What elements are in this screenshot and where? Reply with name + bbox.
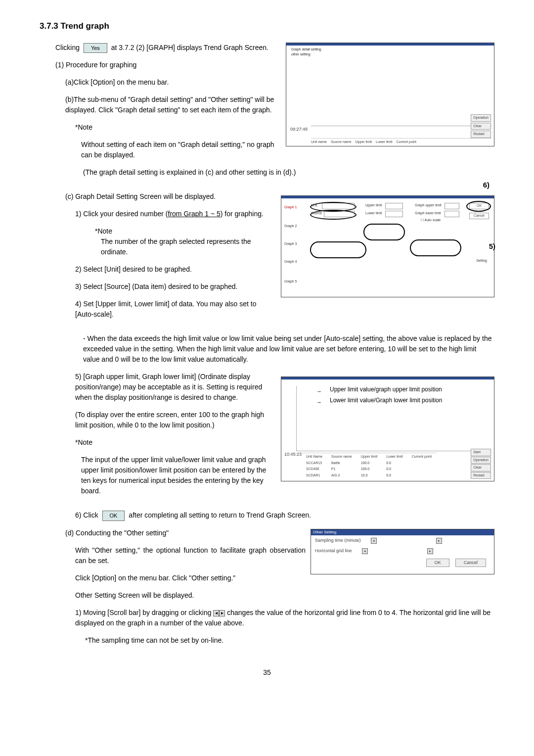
- scroll-left-icon[interactable]: ◂: [213, 610, 219, 616]
- step-c5: 5) [Graph upper limit, Graph lower limit…: [75, 372, 293, 403]
- scroll-left-icon[interactable]: ◂: [362, 548, 368, 554]
- d1-note: *The sampling time can not be set by on-…: [85, 635, 494, 646]
- step-d1: 1) Moving [Scroll bar] by dragging or cl…: [75, 608, 494, 628]
- col-current: Current point: [396, 140, 416, 145]
- autoscale-explain: - When the data exceeds the high limit v…: [83, 333, 494, 365]
- hdr-upper: Upper limit: [357, 454, 381, 460]
- trend-graph-screenshot: Graph detail setting other setting 09:27…: [286, 43, 494, 146]
- yes-button[interactable]: Yes: [84, 43, 107, 53]
- step-c3: 3) Select [Source] (Data item) desired t…: [75, 282, 278, 292]
- horizontal-gridline-label: Horizontal grid line: [315, 548, 352, 555]
- table-row: SCD400P1100.00.0: [302, 467, 436, 472]
- setting-label: Setting: [476, 258, 487, 264]
- operation-button[interactable]: Operation: [471, 114, 491, 122]
- restart2-button[interactable]: Restart: [471, 472, 491, 479]
- note-label: *Note: [75, 122, 293, 133]
- upper-limit-label: Upper limit: [365, 203, 382, 208]
- intro-suffix: at 3.7.2 (2) [GRAPH] displays Trend Grap…: [111, 44, 268, 51]
- trend-with-limits-screenshot: → Upper limit value/graph upper limit po…: [281, 377, 494, 481]
- sampling-time-label: Sampling time (minute): [315, 537, 361, 544]
- restart-button[interactable]: Restart: [471, 131, 491, 138]
- graph2-tab[interactable]: Graph 2: [284, 224, 297, 229]
- table-row: SCCAR15Battle100.00.0: [302, 461, 436, 466]
- lower-limit-annotation: Lower limit value/Graph lower limit posi…: [330, 396, 442, 405]
- graph1-tab[interactable]: Graph 1: [284, 205, 297, 210]
- hdr-source: Source name: [327, 454, 356, 460]
- table-row: SCDAR1AIS-210.00.0: [302, 473, 436, 478]
- col-upper: Upper limit: [356, 140, 372, 145]
- d-body2: Click [Option] on the menu bar. Click "O…: [75, 573, 317, 583]
- callout-5: 5): [489, 241, 495, 252]
- other-ok-button[interactable]: OK: [426, 559, 449, 567]
- step-b: (b)The sub-menu of "Graph detail setting…: [65, 94, 298, 115]
- c5-note-label: *Note: [75, 437, 293, 448]
- step-c-head: (c) Graph Detail Setting Screen will be …: [65, 191, 278, 202]
- upper-limit-field[interactable]: [385, 203, 403, 209]
- graph-upper-field[interactable]: [445, 203, 459, 209]
- scroll-right-icon[interactable]: ▸: [427, 548, 433, 554]
- graph-lower-label: Graph lower limit: [415, 211, 441, 216]
- callout-6: 6): [483, 180, 490, 191]
- section-heading: 3.7.3 Trend graph: [40, 20, 494, 33]
- lower-limit-label: Lower limit: [365, 211, 382, 216]
- scroll-left-icon[interactable]: ◂: [371, 538, 377, 544]
- hdr-unit: Unit Name: [302, 454, 326, 460]
- graph-lower-field[interactable]: [445, 211, 459, 217]
- scroll-right-icon[interactable]: ▸: [219, 610, 225, 616]
- d-body1: With "Other setting," the optional funct…: [75, 545, 317, 566]
- col-unit: Unit name: [311, 140, 327, 145]
- clear-button[interactable]: Clear: [471, 123, 491, 130]
- step-c6: 6) Click OK after completing all setting…: [75, 510, 494, 521]
- step-c1: 1) Click your desired number (from Graph…: [75, 209, 278, 219]
- c1-note-body: The number of the graph selected represe…: [101, 236, 278, 257]
- graph-detail-setting-screenshot: Graph 1 Graph 2 Graph 3 Graph 4 Graph 5 …: [281, 195, 494, 297]
- col-source: Source name: [331, 140, 352, 145]
- start-button[interactable]: Start: [471, 449, 491, 456]
- note1-body1: Without setting of each item on "Graph d…: [81, 140, 293, 160]
- step-c5b: (To display over the entire screen, ente…: [75, 410, 293, 430]
- hdr-current: Current point: [408, 454, 436, 460]
- clear2-button[interactable]: Clear: [471, 464, 491, 472]
- ok-button-inline[interactable]: OK: [102, 511, 125, 521]
- lower-limit-field[interactable]: [385, 211, 403, 217]
- other-setting-screenshot: Other Setting Sampling time (minute) ◂▸ …: [311, 529, 494, 574]
- other-setting-title: Other Setting: [311, 529, 494, 535]
- graph-upper-label: Graph upper limit: [415, 203, 442, 208]
- c5-note-body: The input of the upper limit value/lower…: [81, 455, 293, 496]
- scroll-right-icon[interactable]: ▸: [436, 538, 442, 544]
- intro-prefix: Clicking: [55, 44, 80, 51]
- page-number: 35: [40, 667, 494, 678]
- step-c2: 2) Select [Unit] desired to be graphed.: [75, 264, 278, 275]
- timestamp2-label: 10:45:23: [284, 451, 302, 458]
- graph3-tab[interactable]: Graph 3: [284, 241, 297, 247]
- graph5-tab[interactable]: Graph 5: [284, 279, 297, 284]
- d-body3: Other Setting Screen will be displayed.: [75, 590, 317, 601]
- cancel-button[interactable]: Cancel: [469, 213, 489, 219]
- timestamp-label: 09:27:48: [290, 126, 308, 133]
- option-submenu: Graph detail setting other setting: [291, 47, 321, 57]
- col-lower: Lower limit: [376, 140, 392, 145]
- step-c4: 4) Set [Upper limit, Lower limit] of dat…: [75, 299, 278, 320]
- graph4-tab[interactable]: Graph 4: [284, 259, 297, 265]
- upper-limit-annotation: Upper limit value/graph upper limit posi…: [330, 385, 442, 394]
- operation2-button[interactable]: Operation: [471, 457, 491, 464]
- note1-body2: (The graph detail setting is explained i…: [83, 167, 494, 178]
- hdr-lower: Lower limit: [382, 454, 406, 460]
- other-cancel-button[interactable]: Cancel: [455, 559, 486, 567]
- autoscale-label: ☐ Auto scale: [421, 218, 441, 223]
- c1-note-label: *Note: [95, 226, 278, 236]
